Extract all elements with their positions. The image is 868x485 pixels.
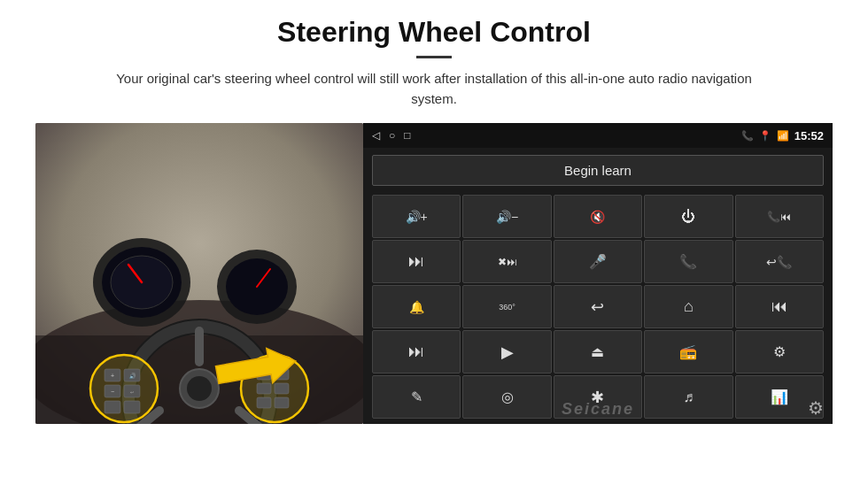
svg-text:↩: ↩ — [130, 389, 134, 395]
status-right: 📞 📍 📶 15:52 — [741, 129, 824, 142]
page-subtitle: Your original car's steering wheel contr… — [97, 69, 771, 109]
page-title: Steering Wheel Control — [277, 16, 591, 49]
svg-rect-33 — [257, 397, 271, 408]
gear-settings-icon[interactable]: ⚙ — [808, 397, 824, 419]
android-screen-wrapper: ◁ ○ □ 📞 📍 📶 15:52 Begin learn — [363, 123, 833, 424]
ctrl-btn-2[interactable]: 🔇 — [554, 195, 642, 238]
wifi-icon: 📶 — [777, 130, 789, 142]
status-left: ◁ ○ □ — [372, 129, 411, 142]
ctrl-btn-1[interactable]: 🔊− — [462, 195, 551, 238]
svg-rect-23 — [124, 401, 140, 413]
content-row: + 🔊 − ↩ — [35, 123, 833, 424]
svg-text:+: + — [111, 373, 114, 379]
ctrl-btn-16[interactable]: ▶ — [462, 330, 551, 373]
svg-rect-34 — [275, 397, 289, 408]
ctrl-btn-0[interactable]: 🔊+ — [372, 195, 461, 238]
ctrl-btn-23[interactable]: ♬ — [644, 375, 732, 419]
phone-icon: 📞 — [741, 130, 754, 142]
recent-nav-icon[interactable]: □ — [404, 129, 410, 142]
svg-text:−: − — [111, 389, 114, 395]
ctrl-btn-13[interactable]: ⌂ — [644, 285, 732, 328]
home-nav-icon[interactable]: ○ — [389, 129, 395, 142]
controls-grid: 🔊+🔊−🔇⏻📞⏮⏭✖⏭🎤📞↩📞🔔360°↩⌂⏮⏭▶⏏📻⚙✎◎✱♬📊 — [363, 193, 833, 424]
svg-rect-22 — [105, 401, 120, 413]
ctrl-btn-10[interactable]: 🔔 — [372, 285, 461, 328]
begin-learn-button[interactable]: Begin learn — [372, 155, 824, 186]
ctrl-btn-21[interactable]: ◎ — [462, 375, 551, 419]
ctrl-btn-14[interactable]: ⏮ — [735, 285, 824, 328]
ctrl-btn-7[interactable]: 🎤 — [554, 240, 642, 283]
ctrl-btn-4[interactable]: 📞⏮ — [735, 195, 824, 238]
ctrl-btn-12[interactable]: ↩ — [554, 285, 642, 328]
ctrl-btn-20[interactable]: ✎ — [372, 375, 461, 419]
ctrl-btn-3[interactable]: ⏻ — [644, 195, 732, 238]
svg-text:🔊: 🔊 — [129, 373, 136, 380]
ctrl-btn-19[interactable]: ⚙ — [735, 330, 824, 373]
car-illustration: + 🔊 − ↩ — [35, 123, 363, 424]
location-icon: 📍 — [759, 130, 771, 142]
ctrl-btn-15[interactable]: ⏭ — [372, 330, 461, 373]
back-nav-icon[interactable]: ◁ — [372, 129, 380, 142]
svg-rect-32 — [275, 383, 289, 394]
ctrl-btn-18[interactable]: 📻 — [644, 330, 732, 373]
ctrl-btn-9[interactable]: ↩📞 — [735, 240, 824, 283]
car-image: + 🔊 − ↩ — [35, 123, 363, 424]
ctrl-btn-8[interactable]: 📞 — [644, 240, 732, 283]
android-screen: ◁ ○ □ 📞 📍 📶 15:52 Begin learn — [363, 123, 833, 424]
status-bar: ◁ ○ □ 📞 📍 📶 15:52 — [363, 123, 833, 148]
svg-point-16 — [187, 376, 212, 401]
title-divider — [416, 56, 452, 58]
page-container: Steering Wheel Control Your original car… — [0, 0, 868, 485]
ctrl-btn-6[interactable]: ✖⏭ — [462, 240, 551, 283]
begin-learn-row: Begin learn — [363, 148, 833, 193]
ctrl-btn-5[interactable]: ⏭ — [372, 240, 461, 283]
ctrl-btn-22[interactable]: ✱ — [554, 375, 642, 419]
clock: 15:52 — [794, 129, 824, 142]
ctrl-btn-17[interactable]: ⏏ — [554, 330, 642, 373]
ctrl-btn-11[interactable]: 360° — [462, 285, 551, 328]
svg-rect-31 — [257, 383, 271, 394]
